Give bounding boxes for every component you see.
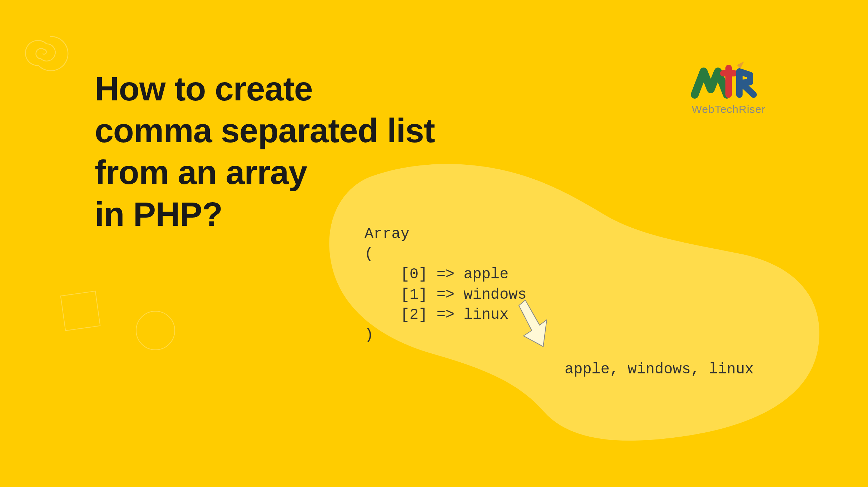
square-decoration <box>60 291 101 331</box>
code-line-1: Array <box>364 225 410 243</box>
spiral-decoration <box>21 25 79 82</box>
logo-icon <box>691 61 766 100</box>
circle-decoration <box>136 311 175 350</box>
code-array-block: Array ( [0] => apple [1] => windows [2] … <box>364 204 527 346</box>
code-line-2: ( <box>364 245 373 263</box>
logo: WebTechRiser <box>691 61 766 115</box>
title-line-2: comma separated list <box>95 110 435 151</box>
code-line-6: ) <box>364 327 373 344</box>
code-line-4: [1] => windows <box>364 286 527 303</box>
arrow-icon <box>515 297 557 354</box>
code-line-3: [0] => apple <box>364 266 509 283</box>
title-line-1: How to create <box>95 68 435 110</box>
logo-text: WebTechRiser <box>691 103 766 115</box>
output-text: apple, windows, linux <box>565 361 754 378</box>
code-line-5: [2] => linux <box>364 306 509 323</box>
